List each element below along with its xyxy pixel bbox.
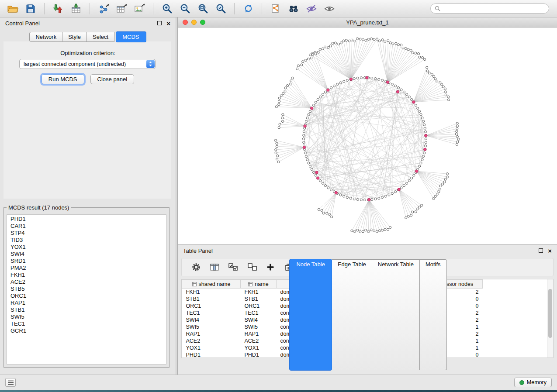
- export-network-icon: [98, 3, 109, 14]
- tab-network[interactable]: Network: [29, 32, 62, 42]
- mcds-result-item[interactable]: SRD1: [7, 258, 166, 265]
- export-image-button[interactable]: [131, 2, 148, 16]
- mcds-result-item[interactable]: PHD1: [7, 216, 166, 223]
- save-button[interactable]: [22, 2, 39, 16]
- zoom-fit-button[interactable]: [194, 2, 211, 16]
- memory-status-icon: [519, 380, 524, 385]
- toolbar-separator: [90, 3, 90, 14]
- mcds-result-item[interactable]: CAR1: [7, 223, 166, 230]
- eye-icon: [324, 3, 335, 14]
- mcds-result-item[interactable]: GCR1: [7, 327, 166, 334]
- toolbar-separator: [153, 3, 153, 14]
- traffic-lights: [183, 20, 205, 25]
- open-folder-button[interactable]: [4, 2, 21, 16]
- criterion-value: largest connected component (undirected): [20, 61, 146, 67]
- network-canvas[interactable]: [178, 28, 557, 244]
- search-icon: [435, 6, 440, 11]
- zoom-out-button[interactable]: [176, 2, 193, 16]
- mcds-result-item[interactable]: SWI5: [7, 313, 166, 320]
- toolbar-separator: [44, 3, 45, 14]
- zoom-in-button[interactable]: [159, 2, 175, 16]
- mcds-result-item[interactable]: STP4: [7, 230, 166, 237]
- mcds-result-item[interactable]: FKH1: [7, 272, 166, 279]
- combo-stepper-icon: [146, 60, 155, 68]
- annotation-icon: [270, 3, 281, 14]
- mcds-result-item[interactable]: ACE2: [7, 279, 166, 285]
- desktop-wallpaper-strip: [0, 390, 557, 392]
- toolbar-separator: [262, 3, 262, 14]
- memory-button[interactable]: Memory: [514, 378, 552, 387]
- mcds-result-item[interactable]: PMA2: [7, 265, 166, 272]
- annotation-button[interactable]: [267, 2, 284, 16]
- close-table-panel-icon[interactable]: ×: [548, 248, 552, 254]
- close-panel-button[interactable]: Close panel: [90, 74, 135, 84]
- network-window: YPA_prune.txt_1: [178, 17, 557, 244]
- export-image-icon: [134, 3, 145, 14]
- search-box[interactable]: [430, 3, 549, 14]
- import-network-icon: [52, 3, 64, 14]
- toolbar-separator: [234, 3, 235, 14]
- control-panel-tabs: NetworkStyleSelectMCDS: [0, 32, 176, 42]
- export-table-button[interactable]: [113, 2, 130, 16]
- mcds-result-list: PHD1CAR1STP4TID3YOX1SWI4SRD1PMA2FKH1ACE2…: [7, 214, 166, 364]
- refresh-icon: [243, 3, 254, 14]
- table-tab-network-table[interactable]: Network Table: [372, 259, 420, 370]
- table-tabs: Node TableEdge TableNetwork TableMotifs: [178, 259, 557, 370]
- mcds-result-item[interactable]: ORC1: [7, 292, 166, 299]
- table-panel-header: Table Panel ×: [178, 245, 557, 256]
- close-panel-icon[interactable]: ×: [166, 20, 170, 27]
- show-graphics-button[interactable]: [321, 2, 338, 16]
- memory-label: Memory: [527, 379, 547, 385]
- zoom-out-icon: [180, 3, 190, 14]
- table-tab-node-table[interactable]: Node Table: [289, 259, 332, 371]
- criterion-select[interactable]: largest connected component (undirected): [19, 59, 156, 69]
- mcds-result-box: MCDS result (17 nodes) PHD1CAR1STP4TID3Y…: [3, 204, 170, 368]
- minimize-window-icon[interactable]: [191, 20, 197, 25]
- import-table-icon: [70, 3, 82, 14]
- export-network-button[interactable]: [95, 2, 112, 16]
- run-mcds-button[interactable]: Run MCDS: [42, 74, 84, 84]
- close-window-icon[interactable]: [183, 20, 188, 25]
- mcds-result-item[interactable]: TID3: [7, 237, 166, 244]
- table-tab-edge-table[interactable]: Edge Table: [332, 259, 372, 370]
- binoculars-icon: [288, 3, 299, 14]
- main-toolbar: [0, 0, 557, 17]
- refresh-button[interactable]: [240, 2, 256, 16]
- maximize-window-icon[interactable]: [200, 20, 205, 25]
- mcds-result-item[interactable]: YOX1: [7, 244, 166, 251]
- tab-select[interactable]: Select: [87, 32, 114, 42]
- import-table-button[interactable]: [68, 2, 84, 16]
- status-bar: Memory: [0, 375, 557, 390]
- search-input[interactable]: [443, 5, 545, 12]
- network-window-title: YPA_prune.txt_1: [346, 19, 388, 26]
- hide-graphics-button[interactable]: [303, 2, 320, 16]
- float-panel-icon[interactable]: [157, 21, 162, 25]
- tab-mcds[interactable]: MCDS: [116, 31, 146, 42]
- control-panel-title: Control Panel: [5, 20, 40, 27]
- open-folder-icon: [7, 3, 18, 14]
- optimization-label: Optimization criterion:: [0, 50, 176, 56]
- mcds-buttons-row: Run MCDS Close panel: [0, 74, 176, 84]
- list-icon: [8, 380, 14, 385]
- table-tab-motifs[interactable]: Motifs: [420, 259, 447, 370]
- zoom-selected-button[interactable]: [212, 2, 229, 16]
- mcds-result-item[interactable]: STB5: [7, 285, 166, 292]
- float-table-panel-icon[interactable]: [539, 248, 543, 253]
- tab-style[interactable]: Style: [62, 32, 87, 42]
- eye-slash-icon: [306, 3, 317, 14]
- mcds-result-item[interactable]: SWI4: [7, 251, 166, 258]
- search-network-button[interactable]: [285, 2, 302, 16]
- zoom-fit-icon: [197, 3, 208, 14]
- mcds-result-title: MCDS result (17 nodes): [7, 204, 71, 211]
- save-icon: [25, 3, 36, 14]
- mcds-result-item[interactable]: TEC1: [7, 320, 166, 327]
- zoom-selected-icon: [215, 3, 226, 14]
- table-panel: Table Panel ×: [178, 244, 557, 375]
- mcds-result-item[interactable]: RAP1: [7, 299, 166, 306]
- zoom-in-icon: [162, 3, 173, 14]
- network-titlebar[interactable]: YPA_prune.txt_1: [178, 17, 557, 28]
- panel-chooser-button[interactable]: [5, 378, 16, 387]
- import-network-button[interactable]: [50, 2, 66, 16]
- mcds-result-item[interactable]: STB1: [7, 306, 166, 313]
- control-panel-header: Control Panel ×: [0, 17, 176, 29]
